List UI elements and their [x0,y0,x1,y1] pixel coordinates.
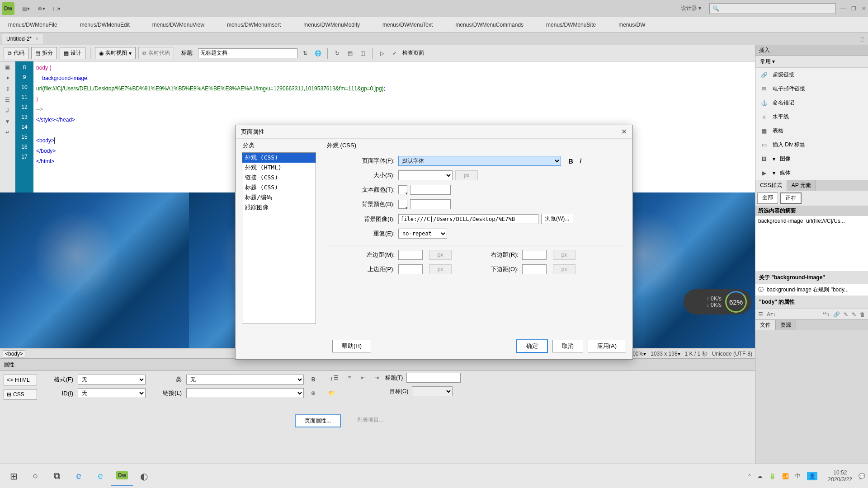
italic-button[interactable]: I [580,157,582,165]
bottom-margin-input[interactable] [522,264,547,274]
category-tracing-image[interactable]: 跟踪图像 [242,202,316,212]
category-title-encoding[interactable]: 标题/编码 [242,192,316,202]
text-color-label: 文本颜色(T): [327,186,395,194]
category-appearance-html[interactable]: 外观 (HTML) [242,163,316,173]
page-font-label: 页面字体(F): [327,157,395,165]
bottom-margin-unit: px [553,264,576,274]
category-headings-css[interactable]: 标题 (CSS) [242,183,316,192]
bg-image-label: 背景图像(I): [327,215,395,223]
category-list: 外观 (CSS) 外观 (HTML) 链接 (CSS) 标题 (CSS) 标题/… [242,152,316,324]
category-links-css[interactable]: 链接 (CSS) [242,173,316,183]
top-margin-input[interactable] [398,264,423,274]
top-margin-label: 上边距(P): [327,265,395,273]
bottom-margin-label: 下边距(O): [460,265,519,273]
left-margin-label: 左边距(M): [327,251,395,259]
top-margin-unit: px [429,264,452,274]
ok-button[interactable]: 确定 [516,339,548,353]
repeat-label: 重复(E): [327,230,395,238]
dialog-section-title: 外观 (CSS) [327,139,626,152]
dialog-close-icon[interactable]: ✕ [621,127,627,136]
bold-button[interactable]: B [568,157,573,165]
dialog-title: 页面属性 [241,128,621,136]
bg-color-label: 背景颜色(B): [327,200,395,208]
size-select[interactable] [398,170,453,180]
page-properties-dialog: 页面属性 ✕ 分类 外观 (CSS) 外观 (HTML) 链接 (CSS) 标题… [235,125,633,360]
size-label: 大小(S): [327,171,395,179]
right-margin-unit: px [553,250,576,260]
left-margin-input[interactable] [398,250,423,260]
right-margin-label: 右边距(R): [460,251,519,259]
bg-image-input[interactable] [398,214,538,224]
text-color-input[interactable] [410,185,451,195]
apply-button[interactable]: 应用(A) [588,340,626,352]
right-margin-input[interactable] [522,250,547,260]
dialog-overlay: 页面属性 ✕ 分类 外观 (CSS) 外观 (HTML) 链接 (CSS) 标题… [0,0,868,488]
browse-button[interactable]: 浏览(W)... [541,214,573,224]
repeat-select[interactable]: no-repeat [398,229,447,239]
category-appearance-css[interactable]: 外观 (CSS) [242,153,316,163]
size-unit: px [455,170,478,180]
help-button[interactable]: 帮助(H) [332,340,371,352]
cancel-button[interactable]: 取消 [552,340,583,352]
bg-color-swatch[interactable] [398,200,407,209]
page-font-select[interactable]: 默认字体 [398,156,561,166]
text-color-swatch[interactable] [398,185,407,194]
category-label: 分类 [242,139,316,152]
left-margin-unit: px [429,250,452,260]
bg-color-input[interactable] [410,199,451,209]
